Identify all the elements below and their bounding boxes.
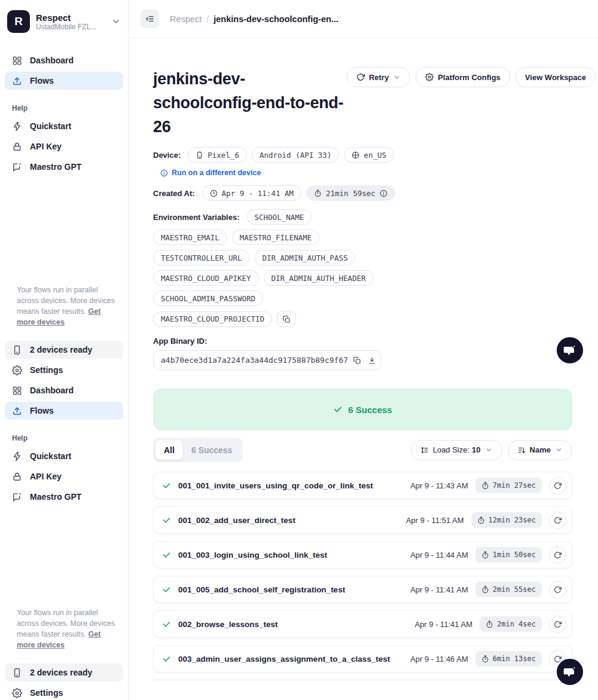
sidebar-item-settings[interactable]: Settings (5, 361, 123, 379)
test-duration-chip: 2min 4sec (480, 616, 542, 632)
view-workspace-label: View Workspace (525, 73, 586, 82)
test-date: Apr 9 - 11:46 AM (410, 655, 468, 664)
test-name: 001_003_login_using_school_link_test (178, 551, 403, 560)
sidebar-item-devices-ready[interactable]: 2 devices ready (5, 341, 123, 359)
sort-icon (517, 446, 526, 454)
sidebar-item-api-key-2[interactable]: API Key (5, 467, 123, 485)
created-date-chip: Apr 9 - 11:41 AM (202, 185, 301, 201)
workspace-switcher[interactable]: R Respect UstadMobile FZL... (5, 10, 123, 33)
sidebar-item-label: Dashboard (30, 56, 74, 65)
env-vars: Environment Variables: SCHOOL_NAME MAEST… (153, 209, 382, 327)
lock-icon (12, 472, 22, 482)
download-binary-button[interactable] (367, 353, 377, 368)
load-size-dropdown[interactable]: Load Size: 10 (411, 440, 502, 460)
env-var-chip[interactable]: SCHOOL_NAME (247, 209, 312, 225)
sidebar-item-flows-2[interactable]: Flows (5, 402, 123, 420)
device-row: Device: Pixel_6 Android (API 33) en_US (153, 147, 598, 163)
test-run-row[interactable]: 001_001_invite_users_using_qr_code_or_li… (153, 472, 572, 499)
retry-test-button[interactable] (549, 616, 566, 633)
test-run-row[interactable]: 002_browse_lessons_test Apr 9 - 11:41 AM… (153, 610, 572, 638)
load-size-icon (420, 446, 429, 454)
env-var-chip[interactable]: MAESTRO_FILENAME (232, 230, 319, 245)
sidebar-item-flows[interactable]: Flows (5, 72, 123, 90)
sort-dropdown[interactable]: Name (508, 440, 572, 460)
refresh-icon (554, 516, 562, 524)
env-var-chip[interactable]: MAESTRO_CLOUD_APIKEY (153, 270, 259, 286)
copy-binary-id-button[interactable] (352, 353, 362, 368)
phone-icon (12, 345, 22, 355)
test-name: 002_browse_lessons_test (178, 620, 407, 629)
chevron-down-icon (485, 446, 493, 454)
env-var-chip[interactable]: DIR_ADMIN_AUTH_HEADER (264, 270, 374, 286)
sidebar-item-label: API Key (30, 472, 62, 481)
refresh-icon (554, 551, 562, 559)
sidebar-item-settings-2[interactable]: Settings (5, 684, 123, 700)
sidebar-item-label: Maestro GPT (30, 492, 81, 502)
env-var-chip[interactable]: MAESTRO_CLOUD_PROJECTID (153, 311, 272, 327)
platform-configs-button[interactable]: Platform Configs (416, 67, 510, 87)
dashboard-icon (12, 56, 22, 66)
chevron-down-icon (555, 446, 563, 454)
sidebar-item-quickstart-2[interactable]: Quickstart (5, 447, 123, 465)
breadcrumb-separator: / (206, 14, 209, 24)
run-different-device-link[interactable]: Run on a different device (160, 169, 598, 177)
sidebar-item-quickstart[interactable]: Quickstart (5, 117, 123, 135)
sidebar-item-label: Maestro GPT (30, 162, 81, 172)
tab-all[interactable]: All (155, 440, 183, 460)
device-locale-chip[interactable]: en_US (344, 147, 394, 163)
refresh-icon (554, 586, 562, 594)
view-workspace-button[interactable]: View Workspace (515, 67, 596, 87)
chat-sparkle-icon (12, 162, 22, 172)
sidebar-item-label: Quickstart (30, 121, 71, 131)
breadcrumb-root[interactable]: Respect (170, 14, 202, 24)
device-os-chip[interactable]: Android (API 33) (252, 147, 339, 163)
sidebar-item-api-key[interactable]: API Key (5, 137, 123, 155)
breadcrumb: Respect / jenkins-dev-schoolconfig-en... (170, 14, 338, 24)
phone-icon (196, 151, 203, 159)
success-banner: 6 Success (153, 389, 572, 430)
assistant-chat-fab[interactable] (555, 335, 585, 365)
test-run-row[interactable]: 001_005_add_school_self_registration_tes… (153, 576, 572, 603)
app-binary-id-label: App Binary ID: (153, 337, 598, 346)
sidebar-item-label: Flows (30, 76, 54, 85)
test-run-row[interactable]: 003_admin_user_assigns_assignment_to_a_c… (153, 645, 572, 673)
refresh-icon (554, 620, 562, 628)
assistant-chat-fab[interactable] (555, 657, 585, 687)
copy-env-vars-button[interactable] (277, 311, 296, 327)
test-run-row[interactable]: 001_002_add_user_direct_test Apr 9 - 11:… (153, 506, 572, 534)
app-binary-id-box: a4b70ece3d1a7a224fa3a44dc9175887b89c9f67 (153, 350, 382, 370)
chevron-down-icon (111, 17, 121, 26)
sidebar-item-label: 2 devices ready (30, 668, 92, 677)
device-label: Device: (153, 151, 181, 160)
success-check-icon (162, 655, 171, 664)
sidebar-item-maestro-gpt-2[interactable]: Maestro GPT (5, 488, 123, 506)
stopwatch-icon (314, 189, 322, 197)
test-run-row[interactable]: 001_003_login_using_school_link_test Apr… (153, 541, 572, 568)
sidebar-collapse-button[interactable] (141, 10, 159, 28)
page-title: jenkins-dev-schoolconfig-end-to-end-26 (153, 67, 347, 139)
sidebar-item-maestro-gpt[interactable]: Maestro GPT (5, 158, 123, 176)
sort-label: Name (530, 445, 551, 454)
retry-test-button[interactable] (549, 546, 566, 564)
copy-icon (282, 315, 291, 323)
env-var-chip[interactable]: MAESTRO_EMAIL (153, 230, 227, 245)
env-var-chip[interactable]: TESTCONTROLLER_URL (153, 250, 249, 265)
tab-success[interactable]: 6 Success (183, 440, 241, 460)
chat-bubble-sparkle-icon (562, 343, 578, 358)
test-name: 001_005_add_school_self_registration_tes… (178, 585, 403, 594)
env-var-chip[interactable]: DIR_ADMIN_AUTH_PASS (254, 250, 355, 265)
sidebar-item-devices-ready-2[interactable]: 2 devices ready (5, 664, 123, 681)
retry-test-button[interactable] (549, 581, 566, 598)
info-icon[interactable] (380, 189, 388, 197)
env-var-chip[interactable]: SCHOOL_ADMIN_PASSWORD (153, 291, 263, 306)
sidebar-item-dashboard[interactable]: Dashboard (5, 51, 123, 69)
collapse-sidebar-icon (145, 14, 155, 24)
test-duration-chip: 1min 50sec (475, 547, 542, 563)
retry-test-button[interactable] (549, 477, 566, 494)
device-model-chip[interactable]: Pixel_6 (188, 147, 247, 163)
refresh-icon (554, 482, 562, 490)
retry-test-button[interactable] (549, 512, 566, 529)
load-size-label: Load Size: (433, 445, 469, 454)
retry-button[interactable]: Retry (347, 67, 410, 87)
sidebar-item-dashboard-2[interactable]: Dashboard (5, 381, 123, 399)
